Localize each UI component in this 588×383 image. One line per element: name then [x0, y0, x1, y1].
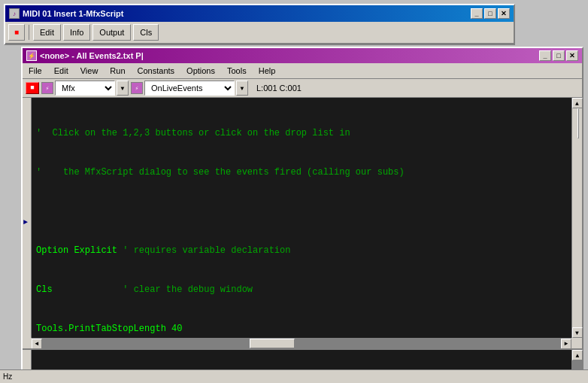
menu-file[interactable]: File — [23, 65, 48, 77]
menu-help[interactable]: Help — [253, 65, 282, 77]
mfx-dropdown-arrow[interactable]: ▼ — [117, 81, 129, 96]
menu-tools[interactable]: Tools — [221, 65, 253, 77]
inner-window-controls: _ □ ✕ — [539, 50, 578, 61]
dropdown1-container: ⚡ Mfx ▼ — [41, 81, 129, 96]
mfx-dropdown-icon: ⚡ — [41, 82, 53, 94]
outer-toolbar: ■ Edit Info Output Cls — [5, 22, 514, 44]
outer-window: ♪ MIDI 01 Insert 1-MfxScript _ □ ✕ ■ Edi… — [4, 4, 515, 45]
code-area-container: ► ' Click on the 1,2,3 buttons or click … — [23, 98, 582, 338]
inner-window: ⚡ <none> - All Events2.txt P| _ □ ✕ File… — [21, 47, 583, 374]
toolbar-separator — [29, 25, 29, 40]
scroll-up-button[interactable]: ▲ — [572, 98, 583, 108]
scroll-left-button[interactable]: ◄ — [32, 339, 42, 349]
menu-constants[interactable]: Constants — [132, 65, 181, 77]
editor-toolbar: ■ ⚡ Mfx ▼ ⚡ OnLiveEvents ▼ L:001 C:001 — [23, 79, 582, 98]
code-line-2: ' the MfxScript dialog to see the events… — [36, 166, 567, 179]
location-label: L:001 C:001 — [256, 84, 302, 93]
inner-window-icon: ⚡ — [26, 50, 37, 61]
mfx-dropdown[interactable]: Mfx — [55, 81, 115, 96]
outer-window-controls: _ □ ✕ — [471, 8, 510, 19]
code-line-6: Tools.PrintTabStopLength 40 — [36, 323, 567, 336]
info-button[interactable]: Info — [63, 24, 90, 41]
outer-maximize-button[interactable]: □ — [484, 8, 496, 19]
menu-options[interactable]: Options — [180, 65, 221, 77]
menu-edit[interactable]: Edit — [48, 65, 74, 77]
stop-icon: ■ — [14, 29, 19, 37]
h-scroll-thumb[interactable] — [250, 339, 295, 348]
gutter-arrow: ► — [23, 218, 28, 226]
code-line-1: ' Click on the 1,2,3 buttons or click on… — [36, 127, 567, 140]
outer-close-button[interactable]: ✕ — [498, 8, 510, 19]
scroll-right-button[interactable]: ► — [561, 339, 571, 349]
hz-label: Hz — [3, 372, 12, 381]
outer-window-icon: ♪ — [9, 8, 20, 19]
vertical-scrollbar: ▲ ▼ — [571, 98, 582, 338]
code-content: ' Click on the 1,2,3 buttons or click on… — [32, 98, 571, 338]
inner-window-title: <none> - All Events2.txt P| — [40, 51, 144, 60]
edit-button[interactable]: Edit — [33, 24, 61, 41]
inner-minimize-button[interactable]: _ — [539, 50, 551, 61]
code-editor[interactable]: ' Click on the 1,2,3 buttons or click on… — [32, 98, 571, 338]
output-button[interactable]: Output — [92, 24, 131, 41]
outer-title-bar: ♪ MIDI 01 Insert 1-MfxScript _ □ ✕ — [5, 5, 514, 22]
code-line-5: Cls ' clear the debug window — [36, 284, 567, 296]
dropdown2-container: ⚡ OnLiveEvents ▼ — [131, 81, 248, 96]
outer-stop-button[interactable]: ■ — [8, 24, 25, 41]
horizontal-scrollbar-code: ◄ ► — [32, 338, 571, 348]
cls-button[interactable]: Cls — [133, 24, 159, 41]
inner-maximize-button[interactable]: □ — [553, 50, 565, 61]
scroll-thumb-v[interactable] — [577, 108, 579, 138]
editor-stop-button[interactable]: ■ — [26, 82, 39, 94]
events-dropdown-icon: ⚡ — [131, 82, 143, 94]
menu-view[interactable]: View — [74, 65, 105, 77]
h-scroll-track — [42, 339, 561, 348]
outer-window-title: MIDI 01 Insert 1-MfxScript — [23, 9, 123, 18]
outer-minimize-button[interactable]: _ — [471, 8, 483, 19]
menu-bar: File Edit View Run Constants Options Too… — [23, 63, 582, 79]
code-line-3 — [36, 205, 567, 218]
status-bar: Hz — [0, 369, 588, 383]
stop-icon: ■ — [30, 84, 34, 92]
code-line-4: Option Explicit ' requires variable decl… — [36, 245, 567, 257]
inner-title-bar: ⚡ <none> - All Events2.txt P| _ □ ✕ — [23, 48, 582, 63]
inner-close-button[interactable]: ✕ — [566, 50, 578, 61]
left-gutter: ► — [23, 98, 32, 338]
scroll-down-button[interactable]: ▼ — [572, 327, 583, 338]
events-dropdown-arrow[interactable]: ▼ — [236, 81, 248, 96]
menu-run[interactable]: Run — [104, 65, 131, 77]
events-dropdown[interactable]: OnLiveEvents — [144, 81, 235, 96]
bottom-scroll-up-button[interactable]: ▲ — [572, 350, 583, 360]
